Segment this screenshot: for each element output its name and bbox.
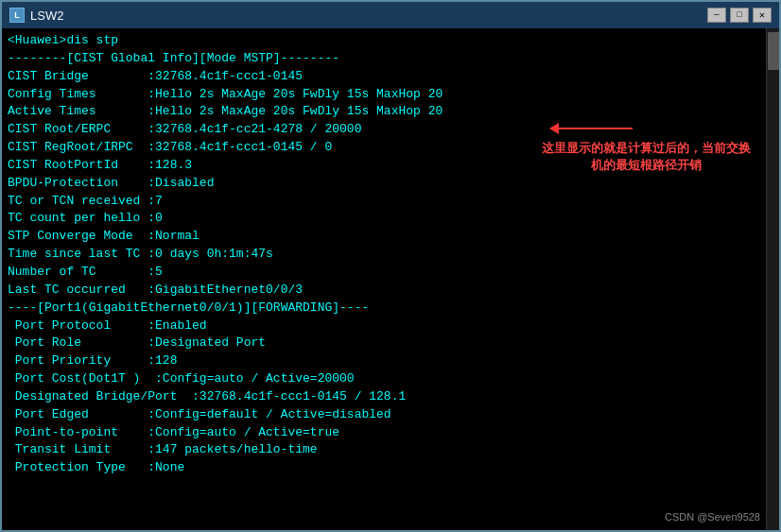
scrollbar-thumb[interactable] [768, 32, 779, 70]
terminal-line-16: Port Protocol :Enabled [8, 317, 773, 335]
terminal-line-1: --------[CIST Global Info][Mode MSTP]---… [8, 50, 773, 68]
terminal-line-19: Port Cost(Dot1T ) :Config=auto / Active=… [8, 370, 773, 388]
close-button[interactable]: ✕ [753, 8, 772, 23]
terminal-line-15: ----[Port1(GigabitEthernet0/0/1)][FORWAR… [8, 300, 773, 317]
maximize-button[interactable]: □ [730, 8, 749, 23]
terminal-line-11: STP Converge Mode :Normal [8, 228, 773, 246]
terminal-line-6: CIST RegRoot/IRPC :32768.4c1f-ccc1-0145 … [8, 139, 773, 157]
terminal-line-2: CIST Bridge :32768.4c1f-ccc1-0145 [8, 68, 773, 86]
terminal-body[interactable]: <Huawei>dis stp --------[CIST Global Inf… [2, 28, 779, 530]
terminal-line-12: Time since last TC :0 days 0h:1m:47s [8, 246, 773, 264]
terminal-line-22: Point-to-point :Config=auto / Active=tru… [8, 424, 773, 442]
watermark: CSDN @Seven9528 [665, 511, 760, 523]
minimize-button[interactable]: — [707, 8, 726, 23]
window-icon: L [9, 8, 25, 23]
terminal-line-10: TC count per hello :0 [8, 210, 773, 228]
scrollbar[interactable] [766, 28, 779, 530]
terminal-line-17: Port Role :Designated Port [8, 335, 773, 352]
terminal-line-5: CIST Root/ERPC :32768.4c1f-cc21-4278 / 2… [8, 121, 773, 139]
terminal-line-18: Port Priority :128 [8, 352, 773, 370]
terminal-line-23: Transit Limit :147 packets/hello-time [8, 441, 773, 459]
terminal-window: L LSW2 — □ ✕ <Huawei>dis stp --------[CI… [0, 0, 781, 532]
terminal-line-9: TC or TCN received :7 [8, 193, 773, 211]
terminal-line-24: Protection Type :None [8, 459, 773, 477]
title-bar: L LSW2 — □ ✕ [2, 2, 779, 28]
terminal-line-14: Last TC occurred :GigabitEthernet0/0/3 [8, 282, 773, 300]
terminal-line-3: Config Times :Hello 2s MaxAge 20s FwDly … [8, 86, 773, 104]
terminal-line-4: Active Times :Hello 2s MaxAge 20s FwDly … [8, 103, 773, 121]
terminal-line-13: Number of TC :5 [8, 264, 773, 282]
terminal-line-prompt: <Huawei>dis stp [8, 32, 773, 50]
terminal-line-20: Designated Bridge/Port :32768.4c1f-ccc1-… [8, 388, 773, 406]
window-title: LSW2 [30, 9, 707, 23]
window-controls: — □ ✕ [707, 8, 772, 23]
window-icon-label: L [14, 10, 20, 20]
terminal-line-8: BPDU-Protection :Disabled [8, 175, 773, 193]
terminal-line-21: Port Edged :Config=default / Active=disa… [8, 406, 773, 424]
terminal-line-7: CIST RootPortId :128.3 [8, 157, 773, 175]
